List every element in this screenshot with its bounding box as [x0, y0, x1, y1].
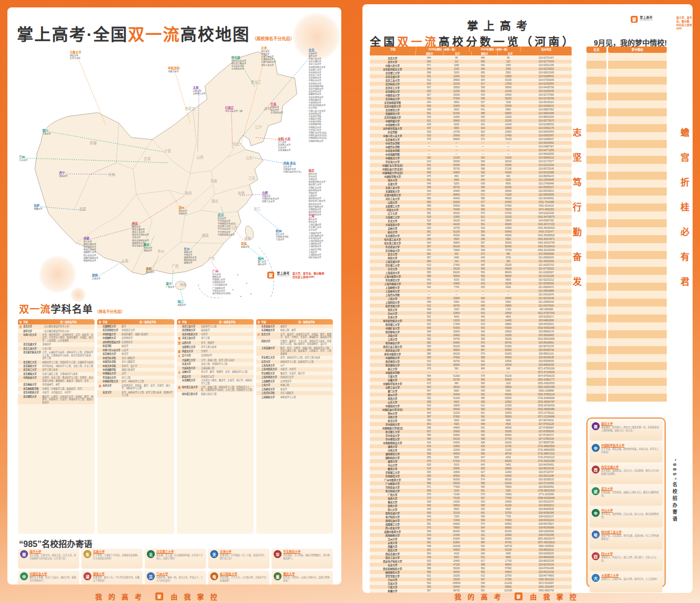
university-emblem-icon: 四	[592, 552, 600, 560]
wishlist-row	[586, 132, 667, 140]
cell-rank-2022: 44600	[496, 571, 521, 573]
province-char	[177, 363, 182, 365]
cell-min-2023: 607	[415, 86, 443, 89]
cell-rank-2023: 32100	[443, 512, 470, 514]
province-char	[97, 352, 102, 355]
cell-min-2023: 649	[415, 301, 443, 303]
subject-list: 力学、机械工程、材料科学与工程、控制科学与工程、计算机科学与技术、土木工程、环境…	[201, 386, 253, 392]
cell-min-2023: —	[415, 153, 443, 155]
cell-tel: 0571-87951006	[521, 367, 572, 370]
cell-rank-2023: 47600	[443, 356, 470, 359]
map-label-group: 贵阳贵州大学	[146, 267, 154, 274]
cell-rank-2022: 37700	[496, 438, 521, 440]
cell-rank-blank	[586, 386, 606, 394]
cell-rank-2022: 111200	[496, 582, 521, 585]
cell-rank-2022: 72900	[496, 493, 521, 496]
school-name: 北京协和医学院	[23, 387, 42, 390]
cell-tel: 028-86080605	[521, 508, 572, 511]
province-char	[177, 375, 182, 378]
speech-text: 自强不息，独树一帜。黄河之滨，萃英山下，兰大与你共成长！	[156, 576, 204, 582]
school-name: 北京邮电大学	[23, 373, 42, 375]
cell-rank-2022: 4800	[496, 316, 521, 318]
cell-min-2022: 630	[470, 401, 496, 403]
cell-min-2022: 647	[470, 456, 496, 459]
map-university-name: 中国地质大学(北京)	[309, 137, 327, 140]
map-city-label: 上海	[309, 215, 323, 218]
header-school: 学校	[262, 320, 281, 323]
header-rank: 名次	[586, 47, 606, 53]
cell-school-blank	[608, 227, 667, 235]
cell-min-2022: 569	[470, 519, 496, 522]
tagline-line: 尽在掌上高考APP！	[293, 275, 324, 279]
cell-min-2023: 609	[415, 412, 443, 414]
cell-tel: 025-58099483	[521, 334, 572, 337]
cell-rank-2022: 77000	[496, 497, 521, 499]
cell-rank-2022: 39800	[496, 386, 521, 388]
school-name: 东华大学	[262, 360, 281, 363]
cell-rank-2023: 24300	[443, 441, 470, 444]
cell-min-2022: —	[470, 371, 496, 374]
cell-rank-2022: 44300	[496, 171, 521, 174]
cell-rank-2022: —	[496, 293, 521, 296]
cell-rank-2022: 33000	[496, 412, 521, 414]
cell-school-blank	[608, 370, 667, 378]
cell-school: 四川农业大学	[370, 526, 415, 530]
cell-school-blank	[608, 322, 667, 330]
score-row: 东南大学65246006454800025-52090271	[370, 315, 572, 319]
cell-rank-2023: —	[443, 290, 470, 292]
cell-min-2023: 616	[415, 441, 443, 444]
cell-tel: 020-85211098	[521, 475, 572, 477]
score-row: 外交学院6281470062015900010-68354353	[370, 130, 572, 134]
cell-rank-2023: 1180	[443, 64, 470, 67]
cell-rank-2023: 11600	[443, 116, 470, 118]
map-label-group: 长春吉林大学延边大学东北师范大学	[270, 103, 283, 114]
cell-min-2022: 611	[470, 534, 496, 536]
map-city-label: 哈尔滨	[231, 56, 246, 60]
speech-card: 北北京理工大学延安根，军工魂。矢志强国铸利器，红色育人守初心，北理工等你！	[145, 549, 206, 569]
province-char	[177, 329, 182, 331]
school-name: 复旦大学	[262, 333, 281, 339]
cell-school: 中国地质大学(武汉)	[370, 426, 415, 430]
cell-rank-2023: 18800	[443, 119, 470, 122]
cell-min-2023: 645	[415, 238, 443, 240]
cell-rank-2022: 65700	[496, 341, 521, 344]
cell-rank-2022: 5900	[496, 108, 521, 111]
cell-min-2022: 642	[470, 301, 496, 303]
school-name: 吉林大学	[182, 370, 201, 374]
cell-min-2023: 607	[415, 430, 443, 433]
slogan-char: 行	[573, 200, 582, 213]
leader-line	[198, 89, 199, 151]
cell-tel: 021-66134148	[521, 297, 572, 300]
cell-tel: 027-88387338	[521, 441, 572, 444]
cell-rank-2023: 56200	[443, 567, 470, 570]
cell-school: 安徽大学	[370, 378, 415, 382]
score-row: 中央音乐学院————010-66425552	[370, 141, 572, 145]
cell-school: 长安大学	[370, 563, 415, 567]
subject-row: 北京中医药大学中医学、中西医结合、中药学	[18, 391, 95, 394]
cell-min-2023: 647	[415, 389, 443, 392]
cell-school: 华南农业大学	[370, 486, 415, 489]
score-row: 东北农业大学56783200561854000451-55190419	[370, 245, 572, 248]
score-row: 南京信息工程大学5935010058651900025-58731378	[370, 345, 572, 348]
cell-rank-blank	[586, 362, 606, 370]
province-char	[18, 373, 23, 375]
subject-list: 政治学	[122, 345, 173, 347]
cell-rank-2023: 83200	[443, 245, 470, 248]
province-char	[177, 346, 182, 348]
cell-rank-2022: 3500	[496, 71, 521, 74]
cell-rank-2022: 900	[496, 175, 521, 178]
cell-rank-2023: 38200	[443, 386, 470, 388]
cell-rank-2022: —	[496, 153, 521, 155]
map-label-group: 上海复旦大学同济大学上海交通大学华东理工大学东华大学上海海洋大学上海中医药大学华…	[309, 215, 323, 259]
school-name: 大连海事大学	[182, 367, 201, 369]
cell-min-2023: 650	[415, 463, 443, 466]
school-name: 对外经济贸易大学	[102, 341, 122, 344]
cell-school-blank	[608, 235, 667, 243]
subject-list: 戏剧与影视学	[122, 368, 173, 371]
cell-school: 西南大学	[370, 504, 415, 507]
speech-card: 西西安交通大学饮水思源，爱国荣校。百年交大，西迁精神，期待九月与你相遇兴庆湖畔。	[590, 464, 662, 484]
cell-min-2023: 623	[415, 323, 443, 326]
cell-rank-2023: 63900	[443, 341, 470, 344]
cell-rank-2023: 12600	[443, 75, 470, 78]
wishlist-row	[586, 330, 667, 338]
